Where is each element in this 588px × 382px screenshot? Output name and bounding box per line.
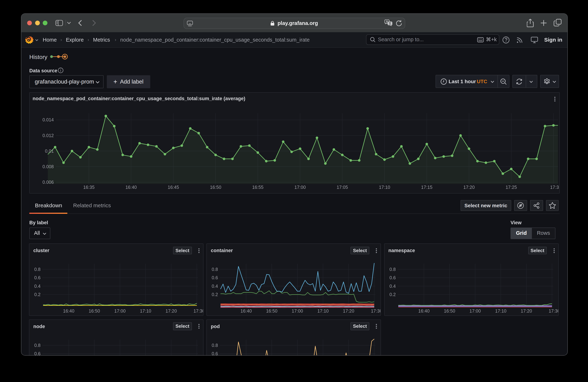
svg-text:17:10: 17:10 [495,308,506,313]
svg-text:A: A [386,20,388,23]
svg-text:0.006: 0.006 [42,180,54,185]
svg-text:0.8: 0.8 [212,343,218,348]
svg-text:17:25: 17:25 [506,185,517,190]
svg-text:0.014: 0.014 [42,117,54,122]
svg-text:0.2: 0.2 [34,292,41,297]
svg-text:0.6: 0.6 [34,351,41,355]
svg-text:17:30: 17:30 [193,308,203,313]
svg-text:17:30: 17:30 [548,308,558,313]
svg-text:0.01: 0.01 [45,149,54,153]
svg-text:16:40: 16:40 [418,308,430,313]
svg-text:0.2: 0.2 [389,292,396,297]
svg-text:16:40: 16:40 [241,308,252,313]
svg-text:0.8: 0.8 [389,267,396,272]
svg-text:0.8: 0.8 [34,343,41,348]
svg-text:0.6: 0.6 [212,275,218,280]
svg-text:0.012: 0.012 [42,133,54,138]
svg-text:17:00: 17:00 [114,308,126,313]
svg-text:17:10: 17:10 [140,308,151,313]
svg-text:16:50: 16:50 [210,185,221,190]
svg-text:16:50: 16:50 [266,308,277,313]
svg-text:17:00: 17:00 [294,185,306,190]
svg-text:0.4: 0.4 [389,284,396,289]
svg-text:17:05: 17:05 [337,185,348,190]
svg-text:17:00: 17:00 [292,308,303,313]
svg-text:16:50: 16:50 [89,308,100,313]
svg-text:文: 文 [388,22,391,25]
svg-text:0.6: 0.6 [389,275,396,280]
svg-text:0.6: 0.6 [34,275,41,280]
svg-text:17:10: 17:10 [317,308,329,313]
svg-text:0.6: 0.6 [212,351,218,355]
svg-text:0.2: 0.2 [212,292,218,297]
svg-text:16:40: 16:40 [63,308,74,313]
svg-text:0.4: 0.4 [34,284,41,289]
svg-text:0.4: 0.4 [212,284,218,289]
svg-text:16:40: 16:40 [126,185,137,190]
svg-text:17:20: 17:20 [166,308,177,313]
svg-text:17:30: 17:30 [550,185,559,190]
svg-text:0.8: 0.8 [34,267,41,272]
svg-text:16:55: 16:55 [252,185,264,190]
svg-text:17:15: 17:15 [421,185,433,190]
svg-text:16:45: 16:45 [168,185,179,190]
svg-text:0.008: 0.008 [42,164,54,169]
svg-text:0.8: 0.8 [212,267,218,272]
svg-text:17:10: 17:10 [379,185,390,190]
svg-text:17:20: 17:20 [521,308,532,313]
svg-text:16:35: 16:35 [83,185,95,190]
svg-text:17:00: 17:00 [469,308,481,313]
svg-text:16:50: 16:50 [444,308,455,313]
svg-text:17:20: 17:20 [343,308,355,313]
svg-text:17:30: 17:30 [371,308,380,313]
svg-text:17:20: 17:20 [463,185,475,190]
